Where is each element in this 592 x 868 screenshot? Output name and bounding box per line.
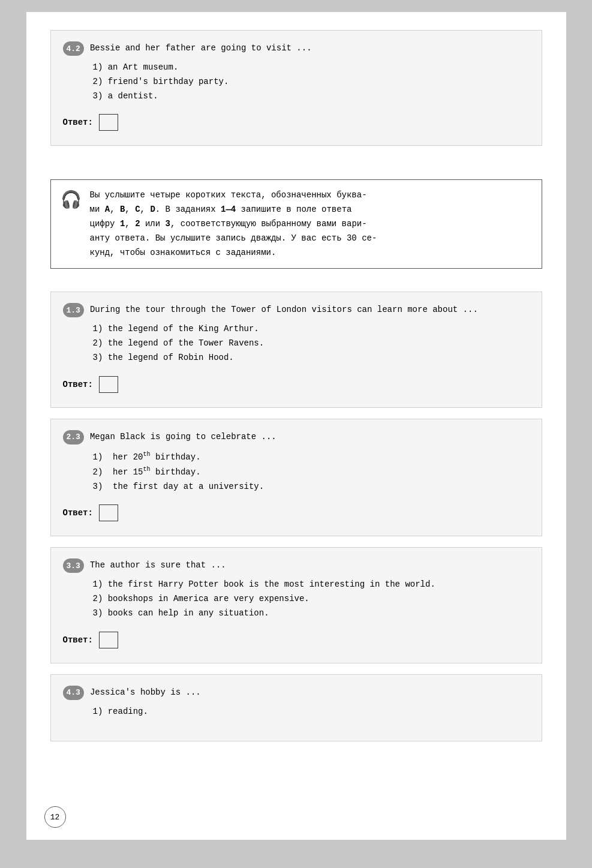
list-item: 3) books can help in any situation.: [93, 606, 530, 621]
question-3-3-header: 3.3 The author is sure that ...: [63, 558, 530, 573]
list-item: 2) bookshops in America are very expensi…: [93, 592, 530, 606]
question-4-2-block: 4.2 Bessie and her father are going to v…: [63, 41, 530, 103]
badge-1-3: 1.3: [63, 303, 84, 317]
options-list-4-3: 1) reading.: [93, 705, 530, 719]
question-4-3-card: 4.3 Jessica's hobby is ... 1) reading.: [50, 674, 542, 741]
options-list-4-2: 1) an Art museum. 2) friend's birthday p…: [93, 61, 530, 103]
list-item: 3) the first day at a university.: [93, 480, 530, 494]
question-4-3-header: 4.3 Jessica's hobby is ...: [63, 686, 530, 700]
question-1-3-text: During the tour through the Tower of Lon…: [90, 303, 478, 316]
question-2-3-header: 2.3 Megan Black is going to celebrate ..…: [63, 430, 530, 444]
question-4-2-card: 4.2 Bessie and her father are going to v…: [50, 30, 542, 146]
list-item: 1) the first Harry Potter book is the mo…: [93, 578, 530, 592]
answer-row-4-2: Ответ:: [63, 114, 530, 131]
options-list-1-3: 1) the legend of the King Arthur. 2) the…: [93, 322, 530, 365]
badge-2-3: 2.3: [63, 430, 84, 444]
question-2-3-block: 2.3 Megan Black is going to celebrate ..…: [63, 430, 530, 494]
list-item: 3) a dentist.: [93, 89, 530, 104]
badge-4-3: 4.3: [63, 686, 84, 700]
list-item: 1) reading.: [93, 705, 530, 719]
question-1-3-header: 1.3 During the tour through the Tower of…: [63, 303, 530, 317]
instruction-box: 🎧 Вы услышите четыре коротких текста, об…: [50, 179, 542, 269]
list-item: 1) an Art museum.: [93, 61, 530, 75]
options-list-3-3: 1) the first Harry Potter book is the mo…: [93, 578, 530, 620]
question-4-3-text: Jessica's hobby is ...: [90, 686, 201, 699]
list-item: 1) the legend of the King Arthur.: [93, 322, 530, 337]
answer-label-4-2: Ответ:: [63, 118, 93, 127]
answer-box-2-3[interactable]: [99, 504, 118, 521]
list-item: 2) the legend of the Tower Ravens.: [93, 337, 530, 351]
options-list-2-3: 1) her 20th birthday. 2) her 15th birthd…: [93, 449, 530, 494]
spacer-2: [50, 281, 542, 292]
question-2-3-text: Megan Black is going to celebrate ...: [90, 430, 277, 443]
main-page: 4.2 Bessie and her father are going to v…: [26, 12, 566, 840]
question-1-3-block: 1.3 During the tour through the Tower of…: [63, 303, 530, 365]
answer-box-1-3[interactable]: [99, 376, 118, 393]
answer-box-3-3[interactable]: [99, 632, 118, 648]
page-number: 12: [44, 806, 66, 828]
headphone-icon: 🎧: [61, 190, 82, 210]
question-3-3-text: The author is sure that ...: [90, 558, 226, 572]
answer-row-3-3: Ответ:: [63, 632, 530, 648]
badge-3-3: 3.3: [63, 558, 84, 573]
question-1-3-card: 1.3 During the tour through the Tower of…: [50, 292, 542, 407]
list-item: 2) her 15th birthday.: [93, 464, 530, 479]
question-2-3-card: 2.3 Megan Black is going to celebrate ..…: [50, 419, 542, 537]
instruction-text: Вы услышите четыре коротких текста, обоз…: [90, 188, 377, 260]
question-3-3-block: 3.3 The author is sure that ... 1) the f…: [63, 558, 530, 620]
spacer-1: [50, 157, 542, 167]
badge-4-2: 4.2: [63, 41, 84, 56]
question-3-3-card: 3.3 The author is sure that ... 1) the f…: [50, 547, 542, 663]
answer-row-2-3: Ответ:: [63, 504, 530, 521]
answer-label-3-3: Ответ:: [63, 635, 93, 645]
question-4-3-block: 4.3 Jessica's hobby is ... 1) reading.: [63, 686, 530, 719]
answer-box-4-2[interactable]: [99, 114, 118, 131]
answer-row-1-3: Ответ:: [63, 376, 530, 393]
list-item: 3) the legend of Robin Hood.: [93, 351, 530, 365]
question-4-2-header: 4.2 Bessie and her father are going to v…: [63, 41, 530, 56]
answer-label-1-3: Ответ:: [63, 380, 93, 389]
list-item: 2) friend's birthday party.: [93, 75, 530, 89]
answer-label-2-3: Ответ:: [63, 508, 93, 518]
question-4-2-text: Bessie and her father are going to visit…: [90, 41, 312, 55]
list-item: 1) her 20th birthday.: [93, 449, 530, 464]
